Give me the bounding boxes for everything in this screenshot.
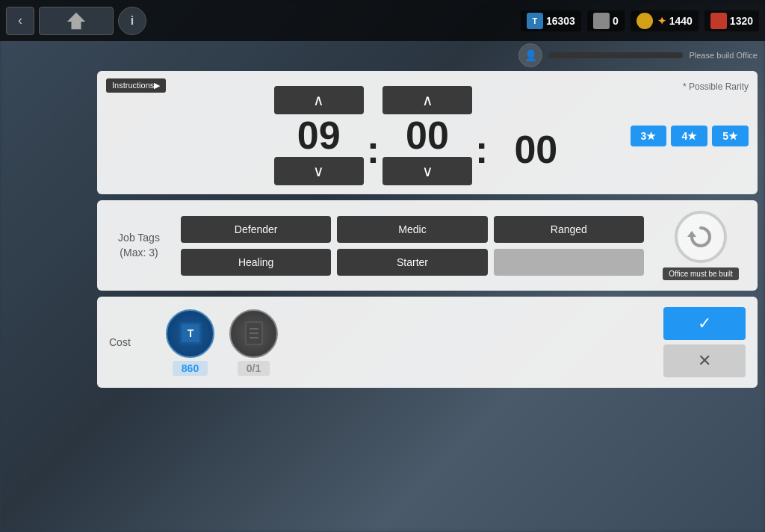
instructions-label[interactable]: Instructions▶	[106, 78, 166, 93]
home-button[interactable]	[39, 7, 114, 35]
rarity-5-button[interactable]: 5★	[712, 126, 749, 146]
svg-marker-1	[687, 231, 696, 237]
cancel-icon: ✕	[698, 351, 711, 371]
possible-rarity-label: * Possible Rarity	[683, 81, 749, 92]
resource-bar: T 16303 0 ✦ 1440 1320	[521, 10, 759, 31]
cancel-button[interactable]: ✕	[663, 344, 746, 377]
cost-label: Cost	[109, 336, 154, 348]
progress-label: Please build Office	[689, 51, 758, 60]
info-button[interactable]: i	[118, 7, 146, 35]
rarity-3-label: 3★	[641, 130, 657, 142]
tag-defender-label: Defender	[235, 223, 278, 235]
action-buttons: ✓ ✕	[663, 307, 746, 377]
avatar: 👤	[518, 43, 542, 67]
refresh-icon	[686, 222, 716, 252]
ticket-icon: T	[527, 13, 543, 29]
seconds-column: 00	[491, 100, 580, 171]
tag-medic[interactable]: Medic	[337, 216, 487, 243]
tags-grid: Defender Medic Ranged Healing Starter	[181, 216, 644, 276]
cost-icon-item	[229, 309, 278, 358]
avatar-icon: 👤	[524, 49, 537, 61]
minutes-up-button[interactable]: ∧	[382, 86, 472, 114]
tag-ranged[interactable]: Ranged	[494, 216, 644, 243]
cost-value-blue: 860	[173, 361, 208, 376]
tag-empty	[494, 249, 644, 276]
gold-resource: ✦ 1440	[631, 10, 699, 31]
refresh-circle	[675, 211, 727, 263]
back-icon: ‹	[18, 13, 22, 28]
main-content: Instructions▶ * Possible Rarity ∧ 09 ∨ :…	[97, 71, 758, 388]
gray-icon	[593, 13, 610, 29]
tickets-resource: T 16303	[521, 10, 581, 31]
time-separator-1: :	[364, 129, 382, 171]
minutes-down-button[interactable]: ∨	[382, 157, 472, 185]
time-panel: Instructions▶ * Possible Rarity ∧ 09 ∨ :…	[97, 71, 758, 194]
tags-label: Job Tags (Max: 3)	[109, 231, 169, 260]
tag-healing-label: Healing	[238, 256, 273, 268]
tag-starter[interactable]: Starter	[337, 249, 487, 276]
back-button[interactable]: ‹	[6, 7, 34, 35]
tag-starter-label: Starter	[397, 256, 428, 268]
rarity-3-button[interactable]: 3★	[631, 126, 667, 146]
minutes-display: 00	[382, 114, 472, 157]
svg-text:T: T	[187, 327, 193, 339]
minutes-column: ∧ 00 ∨	[382, 86, 472, 185]
rarity-5-label: 5★	[722, 130, 738, 142]
tickets-value: 16303	[546, 15, 575, 27]
hours-display: 09	[274, 114, 364, 157]
tag-defender[interactable]: Defender	[181, 216, 331, 243]
confirm-button[interactable]: ✓	[663, 307, 746, 340]
top-bar: ‹ i T 16303 0 ✦ 1440 1320	[0, 0, 765, 41]
cost-item-gray: 0/1	[229, 309, 278, 376]
red-resource: 1320	[704, 10, 759, 31]
tag-medic-label: Medic	[398, 223, 426, 235]
svg-marker-0	[67, 12, 85, 28]
hours-down-button[interactable]: ∨	[274, 157, 364, 185]
item-cost-icon	[239, 318, 269, 348]
gold-value: 1440	[669, 15, 693, 27]
cost-items: T 860 0/1	[166, 309, 651, 376]
office-label: Office must be built	[663, 267, 738, 280]
tags-panel: Job Tags (Max: 3) Defender Medic Ranged …	[97, 200, 758, 291]
rarity-buttons: 3★ 4★ 5★	[631, 126, 749, 146]
gray-resource: 0	[587, 10, 625, 31]
cost-value-gray: 0/1	[238, 361, 270, 376]
time-controls: ∧ 09 ∨ : ∧ 00 ∨ : 00	[274, 86, 581, 185]
ticket-cost-icon: T	[176, 318, 205, 348]
cost-item-blue: T 860	[166, 309, 214, 376]
progress-area: 👤 Please build Office	[518, 43, 758, 67]
gray-value: 0	[613, 15, 619, 27]
cost-panel: Cost T 860	[97, 297, 758, 388]
hours-column: ∧ 09 ∨	[274, 86, 364, 185]
gold-icon	[637, 13, 653, 29]
rarity-4-label: 4★	[681, 130, 697, 142]
refresh-area: Office must be built	[656, 211, 746, 280]
cost-icon-ticket: T	[166, 309, 214, 358]
instructions-text: Instructions▶	[112, 81, 160, 90]
tag-ranged-label: Ranged	[551, 223, 587, 235]
confirm-icon: ✓	[698, 314, 711, 333]
rarity-4-button[interactable]: 4★	[671, 126, 707, 146]
red-value: 1320	[730, 15, 753, 27]
info-icon: i	[131, 14, 134, 28]
time-separator-2: :	[472, 129, 491, 171]
progress-bar	[548, 52, 683, 58]
home-icon	[66, 10, 87, 31]
seconds-display: 00	[491, 129, 580, 171]
hours-up-button[interactable]: ∧	[274, 86, 364, 114]
tag-healing[interactable]: Healing	[181, 249, 331, 276]
red-icon	[710, 13, 727, 29]
